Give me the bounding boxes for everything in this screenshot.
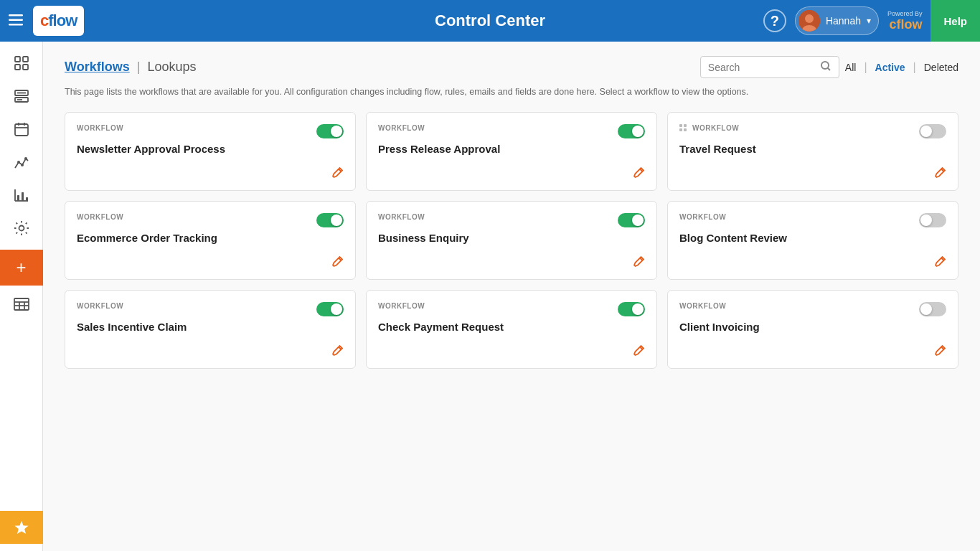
edit-icon[interactable] [633, 166, 645, 182]
workflow-toggle[interactable] [618, 302, 645, 316]
search-box [700, 56, 839, 78]
sidebar-item-analytics[interactable] [5, 181, 38, 209]
svg-rect-6 [15, 57, 20, 62]
card-bottom [679, 159, 946, 182]
svg-rect-14 [15, 124, 28, 136]
main-content: Workflows | Lookups All | Active [43, 42, 980, 551]
card-label: WORKFLOW [77, 213, 123, 221]
toggle-track[interactable] [618, 302, 645, 316]
workflow-toggle[interactable] [618, 213, 645, 227]
card-bottom [679, 337, 946, 359]
card-label: WORKFLOW [378, 302, 425, 310]
tab-lookups[interactable]: Lookups [147, 60, 196, 75]
card-top: WORKFLOW [679, 124, 946, 138]
svg-line-34 [827, 68, 830, 71]
user-dropdown[interactable]: Hannah ▾ [795, 6, 879, 35]
toggle-track[interactable] [316, 213, 344, 227]
sidebar-item-starred[interactable] [0, 511, 43, 544]
sidebar-add-button[interactable]: + [0, 250, 43, 286]
toggle-thumb [920, 215, 932, 226]
workflow-title: Press Release Approval [378, 143, 645, 155]
svg-point-18 [17, 161, 20, 164]
svg-rect-2 [9, 24, 23, 26]
workflow-toggle[interactable] [618, 124, 645, 138]
workflow-toggle[interactable] [316, 302, 344, 316]
help-button[interactable]: Help [930, 0, 980, 42]
card-top: WORKFLOW [378, 124, 645, 138]
workflow-card[interactable]: WORKFLOW Newsletter Approval Process [65, 112, 356, 191]
logo[interactable]: cflow [33, 6, 84, 36]
workflow-card[interactable]: WORKFLOW Travel Request [667, 112, 958, 191]
workflow-card[interactable]: WORKFLOW Ecommerce Order Tracking [65, 201, 356, 280]
toolbar: Workflows | Lookups All | Active [65, 56, 958, 78]
workflow-card[interactable]: WORKFLOW Business Enquiry [366, 201, 657, 280]
card-bottom [77, 337, 344, 359]
card-label: WORKFLOW [378, 124, 425, 132]
help-icon-button[interactable]: ? [763, 9, 786, 32]
logo-text: cflow [40, 11, 77, 30]
card-top: WORKFLOW [679, 302, 946, 316]
search-icon [820, 60, 831, 74]
svg-rect-23 [17, 195, 19, 201]
toggle-thumb [331, 215, 342, 226]
sidebar-item-calendar[interactable] [5, 115, 38, 143]
svg-rect-25 [26, 197, 28, 201]
filter-all[interactable]: All [845, 62, 857, 73]
filter-active[interactable]: Active [875, 62, 905, 73]
toggle-thumb [632, 126, 644, 137]
workflow-title: Check Payment Request [378, 321, 645, 333]
workflow-toggle[interactable] [919, 302, 946, 316]
workflow-toggle[interactable] [316, 213, 344, 227]
card-bottom [77, 248, 344, 270]
main-layout: + Workflows | Lookups [0, 42, 980, 551]
sidebar-item-table[interactable] [5, 290, 38, 319]
workflow-card[interactable]: WORKFLOW Client Invoicing [667, 290, 958, 369]
filter-deleted[interactable]: Deleted [924, 62, 958, 73]
toggle-track[interactable] [919, 302, 946, 316]
workflow-toggle[interactable] [919, 213, 946, 227]
toggle-track[interactable] [618, 213, 645, 227]
svg-rect-27 [14, 298, 29, 310]
edit-icon[interactable] [633, 344, 645, 359]
tab-workflows[interactable]: Workflows [65, 60, 130, 75]
edit-icon[interactable] [934, 255, 946, 270]
card-label: WORKFLOW [77, 302, 123, 310]
sidebar-item-dashboard[interactable] [5, 49, 38, 77]
card-bottom [378, 337, 645, 359]
drag-dots-icon [679, 124, 687, 131]
edit-icon[interactable] [934, 344, 946, 359]
workflow-card[interactable]: WORKFLOW Press Release Approval [366, 112, 657, 191]
sidebar-item-reports[interactable] [5, 82, 38, 110]
sidebar-item-stats[interactable] [5, 148, 38, 176]
toggle-track[interactable] [316, 124, 344, 138]
svg-marker-32 [14, 521, 28, 534]
header-right: ? Hannah ▾ Powered By cflow Help [763, 0, 971, 42]
sidebar: + [0, 42, 43, 551]
toggle-track[interactable] [919, 124, 946, 138]
edit-icon[interactable] [633, 255, 645, 270]
user-name: Hannah [826, 15, 861, 27]
toggle-track[interactable] [618, 124, 645, 138]
svg-rect-7 [23, 57, 28, 62]
svg-rect-8 [15, 65, 20, 70]
card-bottom [378, 159, 645, 182]
workflow-toggle[interactable] [919, 124, 946, 138]
edit-icon[interactable] [331, 255, 344, 270]
workflow-toggle[interactable] [316, 124, 344, 138]
toggle-thumb [331, 303, 342, 315]
menu-toggle-button[interactable] [6, 10, 26, 32]
card-label: WORKFLOW [378, 213, 425, 221]
edit-icon[interactable] [331, 344, 344, 359]
edit-icon[interactable] [331, 166, 344, 182]
toggle-track[interactable] [919, 213, 946, 227]
search-input[interactable] [708, 62, 816, 73]
workflow-card[interactable]: WORKFLOW Check Payment Request [366, 290, 657, 369]
sidebar-item-settings[interactable] [5, 214, 38, 242]
workflow-card[interactable]: WORKFLOW Blog Content Review [667, 201, 958, 280]
toggle-track[interactable] [316, 302, 344, 316]
card-label: WORKFLOW [77, 124, 123, 132]
workflow-card[interactable]: WORKFLOW Sales Incentive Claim [65, 290, 356, 369]
svg-point-19 [21, 164, 24, 166]
edit-icon[interactable] [934, 166, 946, 182]
card-top: WORKFLOW [679, 213, 946, 227]
